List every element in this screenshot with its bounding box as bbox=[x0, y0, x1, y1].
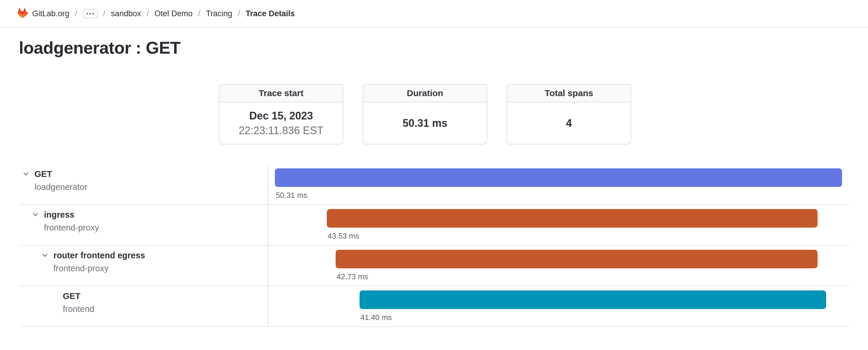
breadcrumb-separator: / bbox=[198, 9, 200, 18]
ellipsis-icon bbox=[86, 13, 88, 14]
breadcrumb-separator: / bbox=[238, 9, 240, 18]
card-body: 4 bbox=[507, 102, 630, 144]
trace-start-card: Trace start Dec 15, 2023 22:23:11.836 ES… bbox=[219, 84, 343, 145]
span-operation: router frontend egress bbox=[53, 250, 145, 260]
span-operation: GET bbox=[34, 169, 87, 179]
span-duration-label: 42.73 ms bbox=[337, 272, 368, 281]
span-service: loadgenerator bbox=[34, 182, 87, 192]
breadcrumb-separator: / bbox=[103, 9, 105, 18]
span-duration-label: 50.31 ms bbox=[276, 191, 307, 200]
breadcrumb-item-sandbox[interactable]: sandbox bbox=[111, 9, 141, 18]
breadcrumb: GitLab.org / / sandbox / Otel Demo / Tra… bbox=[32, 9, 294, 18]
duration-value: 50.31 ms bbox=[403, 117, 447, 129]
span-row-header: GET loadgenerator bbox=[19, 164, 268, 204]
ellipsis-icon bbox=[92, 13, 94, 14]
total-spans-card: Total spans 4 bbox=[507, 84, 631, 145]
page-title: loadgenerator : GET bbox=[19, 38, 181, 58]
span-duration-label: 43.53 ms bbox=[328, 231, 359, 241]
breadcrumb-separator: / bbox=[75, 9, 77, 18]
total-spans-value: 4 bbox=[566, 117, 572, 129]
gitlab-logo-icon[interactable] bbox=[17, 8, 28, 19]
span-timeline: 41.40 ms bbox=[268, 286, 850, 326]
breadcrumb-bar: GitLab.org / / sandbox / Otel Demo / Tra… bbox=[0, 0, 868, 28]
span-operation: ingress bbox=[44, 210, 99, 220]
span-row-header: ingress frontend-proxy bbox=[19, 205, 268, 245]
span-row-header: GET frontend bbox=[19, 286, 268, 326]
span-row: GET frontend 41.40 ms bbox=[19, 286, 850, 327]
breadcrumb-item-trace-details[interactable]: Trace Details bbox=[246, 9, 295, 18]
breadcrumb-item-otel-demo[interactable]: Otel Demo bbox=[155, 9, 193, 18]
ellipsis-icon bbox=[89, 13, 91, 14]
chevron-down-icon[interactable] bbox=[40, 250, 50, 260]
span-labels: ingress frontend-proxy bbox=[44, 210, 99, 233]
card-body: Dec 15, 2023 22:23:11.836 EST bbox=[219, 102, 343, 144]
span-row-header: router frontend egress frontend-proxy bbox=[19, 246, 268, 286]
breadcrumb-item-gitlab-org[interactable]: GitLab.org bbox=[32, 9, 69, 18]
card-title: Trace start bbox=[219, 85, 343, 102]
breadcrumb-separator: / bbox=[147, 9, 149, 18]
span-duration-bar[interactable] bbox=[275, 168, 842, 187]
chevron-down-icon[interactable] bbox=[21, 169, 31, 179]
breadcrumb-collapsed-button[interactable] bbox=[83, 9, 98, 18]
span-labels: GET frontend bbox=[63, 291, 94, 314]
span-labels: GET loadgenerator bbox=[34, 169, 87, 192]
span-service: frontend-proxy bbox=[53, 263, 145, 273]
span-timeline: 50.31 ms bbox=[268, 164, 850, 204]
trace-start-time: 22:23:11.836 EST bbox=[239, 124, 323, 137]
span-duration-bar[interactable] bbox=[327, 209, 817, 228]
span-row: GET loadgenerator 50.31 ms bbox=[19, 164, 850, 205]
span-service: frontend-proxy bbox=[44, 223, 99, 233]
breadcrumb-item-tracing[interactable]: Tracing bbox=[206, 9, 232, 18]
span-duration-bar[interactable] bbox=[360, 290, 826, 309]
span-operation: GET bbox=[63, 291, 94, 301]
card-body: 50.31 ms bbox=[363, 102, 487, 144]
span-duration-label: 41.40 ms bbox=[361, 313, 392, 322]
trace-start-date: Dec 15, 2023 bbox=[249, 110, 313, 122]
span-labels: router frontend egress frontend-proxy bbox=[53, 250, 145, 273]
span-timeline: 43.53 ms bbox=[268, 205, 850, 245]
span-duration-bar[interactable] bbox=[336, 250, 817, 268]
card-title: Duration bbox=[363, 85, 487, 102]
card-title: Total spans bbox=[507, 85, 630, 102]
chevron-down-icon[interactable] bbox=[31, 210, 40, 220]
trace-summary-cards: Trace start Dec 15, 2023 22:23:11.836 ES… bbox=[219, 84, 631, 145]
span-row: router frontend egress frontend-proxy 42… bbox=[19, 246, 850, 286]
duration-card: Duration 50.31 ms bbox=[363, 84, 487, 145]
span-service: frontend bbox=[63, 304, 94, 314]
span-waterfall: GET loadgenerator 50.31 ms ingress front… bbox=[19, 164, 850, 327]
span-timeline: 42.73 ms bbox=[268, 246, 850, 286]
span-row: ingress frontend-proxy 43.53 ms bbox=[19, 205, 850, 246]
